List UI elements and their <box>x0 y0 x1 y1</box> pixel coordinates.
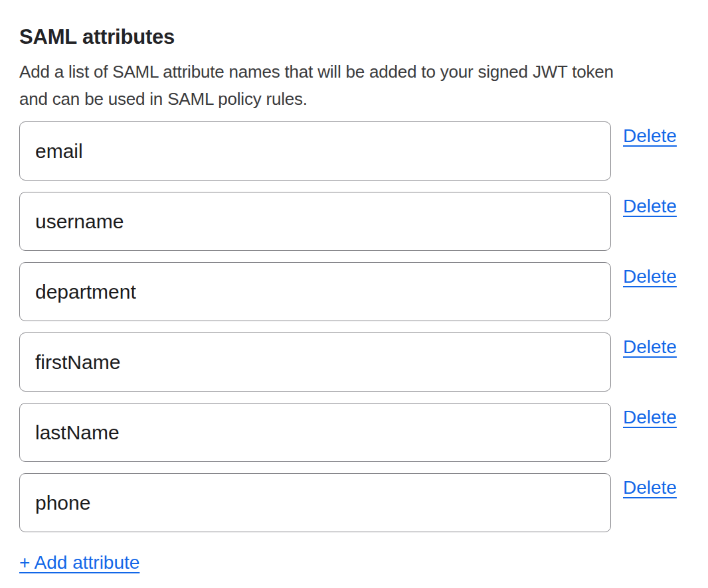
attribute-row: Delete <box>19 192 689 251</box>
delete-attribute-link[interactable]: Delete <box>623 477 677 498</box>
attribute-input-firstname[interactable] <box>19 332 611 392</box>
attribute-row: Delete <box>19 262 689 321</box>
saml-attributes-section: SAML attributes Add a list of SAML attri… <box>0 0 708 573</box>
section-description-line-2: and can be used in SAML policy rules. <box>19 86 689 113</box>
attribute-row: Delete <box>19 473 689 532</box>
attribute-input-department[interactable] <box>19 262 611 321</box>
attribute-row: Delete <box>19 332 689 392</box>
section-description-line-1: Add a list of SAML attribute names that … <box>19 58 689 86</box>
attribute-input-username[interactable] <box>19 192 611 251</box>
delete-attribute-link[interactable]: Delete <box>623 266 677 287</box>
delete-attribute-link[interactable]: Delete <box>623 196 677 217</box>
delete-attribute-link[interactable]: Delete <box>623 407 677 428</box>
attribute-input-phone[interactable] <box>19 473 611 532</box>
add-attribute-link[interactable]: + Add attribute <box>19 552 139 573</box>
attribute-row: Delete <box>19 121 689 181</box>
attribute-input-lastname[interactable] <box>19 403 611 462</box>
section-title: SAML attributes <box>19 24 689 50</box>
section-description: Add a list of SAML attribute names that … <box>19 58 689 113</box>
attribute-input-email[interactable] <box>19 121 611 181</box>
attribute-row: Delete <box>19 403 689 462</box>
delete-attribute-link[interactable]: Delete <box>623 125 677 147</box>
delete-attribute-link[interactable]: Delete <box>623 336 677 358</box>
attribute-rows: Delete Delete Delete Delete Delete Delet… <box>19 121 689 532</box>
